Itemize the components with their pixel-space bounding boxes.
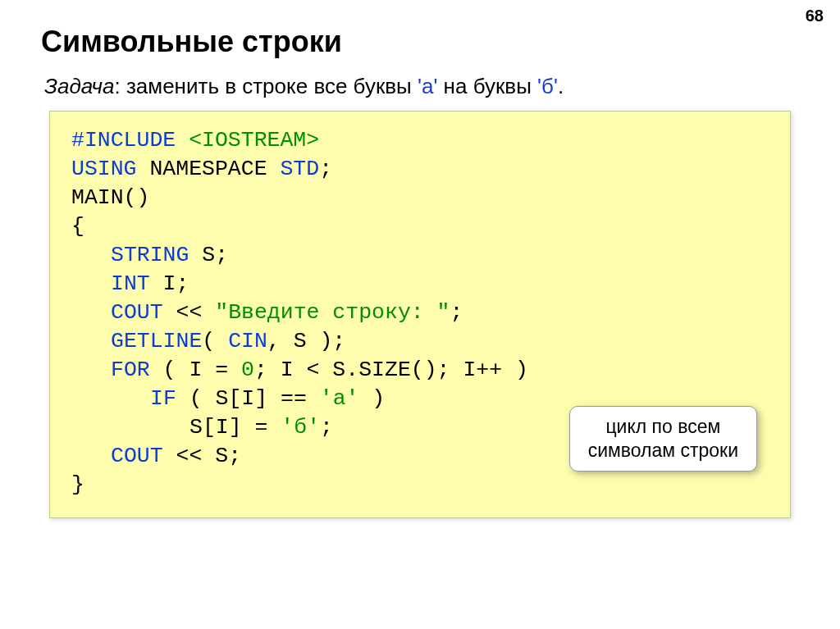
var-i: I; — [150, 271, 189, 296]
kw-for: FOR — [111, 358, 150, 382]
callout-line-2: символам строки — [588, 439, 738, 463]
task-text-2: на буквы — [437, 74, 537, 98]
code-line-8: GETLINE( CIN, S ); — [71, 327, 769, 356]
code-line-4: { — [71, 212, 769, 241]
include-header: <IOSTREAM> — [189, 128, 319, 153]
task-description: Задача: заменить в строке все буквы 'а' … — [44, 74, 799, 99]
task-text-1: : заменить в строке все буквы — [114, 74, 418, 98]
code-line-1: #INCLUDE <IOSTREAM> — [71, 126, 769, 155]
paren-open: ( — [202, 329, 228, 353]
out-s: << S; — [163, 444, 241, 468]
task-text-3: . — [558, 74, 564, 98]
task-char-b: 'б' — [537, 74, 558, 98]
var-s: S; — [189, 243, 228, 267]
getline-rest: , S ); — [267, 329, 345, 353]
code-line-7: COUT << "Введите строку: "; — [71, 299, 769, 327]
code-line-2: USING NAMESPACE STD; — [71, 155, 769, 184]
page-title: Символьные строки — [41, 25, 799, 59]
kw-namespace: NAMESPACE — [137, 157, 281, 181]
kw-using: USING — [71, 157, 137, 181]
slide-content: Символьные строки Задача: заменить в стр… — [0, 0, 840, 535]
kw-int: INT — [111, 271, 150, 296]
kw-cout2: COUT — [111, 444, 163, 468]
code-line-5: STRING S; — [71, 241, 769, 270]
kw-std: STD — [280, 157, 319, 181]
if-close: ) — [358, 386, 385, 411]
if-cond: ( S[I] == — [176, 386, 320, 411]
semi: ; — [319, 157, 332, 181]
task-label: Задача — [44, 74, 114, 98]
kw-cout: COUT — [111, 300, 163, 325]
page-number: 68 — [806, 7, 824, 25]
code-block: #INCLUDE <IOSTREAM> USING NAMESPACE STD;… — [49, 111, 791, 518]
kw-if: IF — [150, 386, 176, 411]
task-char-a: 'а' — [418, 74, 437, 98]
include-directive: #INCLUDE — [71, 128, 189, 153]
kw-cin: CIN — [228, 329, 267, 353]
for-init: ( I = — [150, 358, 241, 382]
lit-zero: 0 — [241, 358, 254, 382]
code-line-13: } — [71, 471, 769, 499]
code-line-9: FOR ( I = 0; I < S.SIZE(); I++ ) — [71, 356, 769, 385]
callout-line-1: цикл по всем — [588, 415, 738, 439]
code-line-6: INT I; — [71, 270, 769, 299]
kw-string: STRING — [111, 243, 189, 267]
callout-box: цикл по всем символам строки — [569, 406, 757, 472]
code-line-3: MAIN() — [71, 184, 769, 212]
for-rest: ; I < S.SIZE(); I++ ) — [254, 358, 528, 382]
char-lit-b: 'б' — [281, 415, 320, 440]
char-lit-a: 'а' — [320, 386, 359, 411]
kw-getline: GETLINE — [111, 329, 202, 353]
assign-lhs: S[I] = — [189, 415, 281, 440]
semi2: ; — [450, 300, 463, 325]
string-lit: "Введите строку: " — [215, 300, 450, 325]
op-out: << — [163, 300, 216, 325]
semi3: ; — [320, 415, 333, 440]
